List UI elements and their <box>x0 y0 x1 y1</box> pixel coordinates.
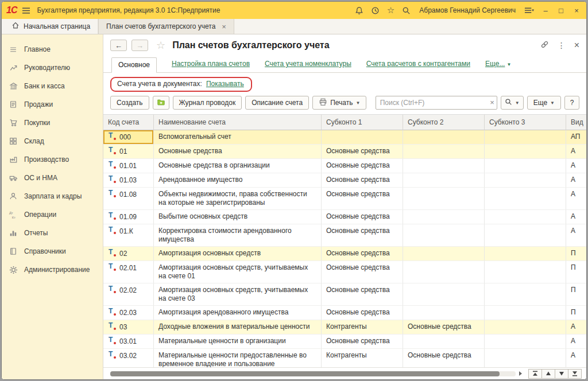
cell-name[interactable]: Выбытие основных средств <box>154 210 322 224</box>
cell-subconto-3[interactable] <box>485 188 566 210</box>
close-window-button[interactable]: × <box>572 6 581 15</box>
cell-code[interactable]: Т01.01 <box>103 159 154 173</box>
cell-subconto-1[interactable]: Основные средства <box>322 335 403 349</box>
cell-subconto-1[interactable]: Основные средства <box>322 159 403 173</box>
sidebar-item-9[interactable]: ДтКтОперации <box>2 205 103 224</box>
cell-code[interactable]: Т01.03 <box>103 173 154 188</box>
cell-name[interactable]: Амортизация основных средств <box>154 247 322 261</box>
cell-subconto-3[interactable] <box>485 335 566 349</box>
cell-subconto-1[interactable]: Основные средства <box>322 210 403 224</box>
cell-subconto-3[interactable] <box>485 283 566 306</box>
cell-subconto-1[interactable]: Основные средства <box>322 261 403 283</box>
sidebar-item-3[interactable]: Продажи <box>2 95 103 114</box>
cell-name[interactable]: Амортизация основных средств, учитываемы… <box>154 261 322 283</box>
clear-search-icon[interactable]: × <box>490 98 494 107</box>
table-row[interactable]: Т02.02Амортизация основных средств, учит… <box>103 283 586 306</box>
table-row[interactable]: Т01.ККорректировка стоимости арендованно… <box>103 224 586 247</box>
tab-chart-of-accounts[interactable]: План счетов бухгалтерского учета × <box>98 19 234 34</box>
back-button[interactable]: ← <box>110 40 127 51</box>
scroll-right-arrow-icon[interactable] <box>519 371 522 376</box>
sidebar-item-10[interactable]: Отчеты <box>2 224 103 242</box>
cell-code[interactable]: Т01.09 <box>103 210 154 224</box>
cell-subconto-1[interactable]: Основные средства <box>322 173 403 188</box>
cell-subconto-1[interactable]: Контрагенты <box>322 349 403 367</box>
cell-code[interactable]: Т03 <box>103 320 154 335</box>
scrollbar-thumb[interactable] <box>110 371 500 376</box>
notifications-bell-icon[interactable] <box>355 6 363 15</box>
column-header-subconto2[interactable]: Субконто 2 <box>403 115 485 130</box>
sidebar-item-6[interactable]: Производство <box>2 150 103 169</box>
cell-subconto-3[interactable] <box>485 210 566 224</box>
cell-subconto-2[interactable] <box>403 188 485 210</box>
table-row[interactable]: Т000Вспомогательный счетАП <box>103 130 586 145</box>
minimize-button[interactable]: – <box>541 6 550 15</box>
user-name[interactable]: Абрамов Геннадий Сергеевич <box>419 6 516 14</box>
column-header-vid[interactable]: Вид <box>566 115 586 130</box>
cell-vid[interactable]: А <box>566 349 586 367</box>
column-header-subconto3[interactable]: Субконто 3 <box>485 115 566 130</box>
nav-link-plan-settings[interactable]: Настройка плана счетов <box>172 60 250 72</box>
search-input[interactable] <box>376 96 497 110</box>
sidebar-item-12[interactable]: Администрирование <box>2 261 103 279</box>
maximize-button[interactable]: □ <box>557 6 565 15</box>
cell-vid[interactable]: П <box>566 261 586 283</box>
sidebar-item-0[interactable]: Главное <box>2 40 103 59</box>
cell-subconto-3[interactable] <box>485 173 566 188</box>
table-row[interactable]: Т01.03Арендованное имуществоОсновные сре… <box>103 173 586 188</box>
cell-vid[interactable]: П <box>566 283 586 306</box>
table-row[interactable]: Т01.09Выбытие основных средствОсновные с… <box>103 210 586 224</box>
cell-vid[interactable]: А <box>566 173 586 188</box>
cell-code[interactable]: Т01.08 <box>103 188 154 210</box>
cell-subconto-1[interactable]: Основные средства <box>322 306 403 320</box>
more-button[interactable]: Еще▼ <box>527 96 561 110</box>
cell-vid[interactable]: А <box>566 210 586 224</box>
cell-code[interactable]: Т000 <box>103 130 154 145</box>
cell-name[interactable]: Основные средства в организации <box>154 159 322 173</box>
add-to-favorites-star-icon[interactable]: ☆ <box>156 39 165 52</box>
go-to-top-button[interactable] <box>528 369 542 379</box>
tab-close-icon[interactable]: × <box>222 22 226 31</box>
cell-name[interactable]: Материальные ценности предоставленные во… <box>154 349 322 367</box>
cell-code[interactable]: Т02.02 <box>103 283 154 306</box>
cell-subconto-2[interactable] <box>403 247 485 261</box>
cell-subconto-2[interactable] <box>403 159 485 173</box>
cell-subconto-1[interactable]: Контрагенты <box>322 320 403 335</box>
table-row[interactable]: Т02.01Амортизация основных средств, учит… <box>103 261 586 283</box>
cell-subconto-1[interactable]: Основные средства <box>322 247 403 261</box>
sidebar-item-2[interactable]: Банк и касса <box>2 77 103 95</box>
cell-name[interactable]: Арендованное имущество <box>154 173 322 188</box>
cell-subconto-2[interactable] <box>403 145 485 159</box>
tab-home[interactable]: Начальная страница <box>4 19 98 34</box>
cell-subconto-2[interactable] <box>403 130 485 145</box>
cell-vid[interactable]: А <box>566 320 586 335</box>
nav-link-item-accounts[interactable]: Счета учета номенклатуры <box>265 60 351 72</box>
cell-name[interactable]: Объекты недвижимости, права собственност… <box>154 188 322 210</box>
cell-subconto-3[interactable] <box>485 224 566 247</box>
journal-button[interactable]: Журнал проводок <box>173 96 242 110</box>
cell-subconto-2[interactable]: Основные средства <box>403 320 485 335</box>
sidebar-item-11[interactable]: Справочники <box>2 242 103 261</box>
table-row[interactable]: Т01Основные средстваОсновные средстваА <box>103 145 586 159</box>
cell-code[interactable]: Т02.01 <box>103 261 154 283</box>
cell-subconto-2[interactable] <box>403 283 485 306</box>
cell-subconto-3[interactable] <box>485 349 566 367</box>
accounts-in-docs-show-link[interactable]: Показывать <box>206 80 244 88</box>
get-link-icon[interactable] <box>540 40 549 50</box>
cell-subconto-3[interactable] <box>485 130 566 145</box>
cell-subconto-2[interactable] <box>403 210 485 224</box>
table-row[interactable]: Т03Доходные вложения в материальные ценн… <box>103 320 586 335</box>
help-button[interactable]: ? <box>564 96 579 110</box>
cell-subconto-2[interactable] <box>403 173 485 188</box>
cell-subconto-1[interactable]: Основные средства <box>322 283 403 306</box>
sidebar-item-8[interactable]: Зарплата и кадры <box>2 187 103 205</box>
cell-subconto-2[interactable] <box>403 335 485 349</box>
cell-vid[interactable]: А <box>566 224 586 247</box>
cell-name[interactable]: Основные средства <box>154 145 322 159</box>
cell-subconto-3[interactable] <box>485 320 566 335</box>
cell-subconto-3[interactable] <box>485 306 566 320</box>
cell-name[interactable]: Доходные вложения в материальные ценност… <box>154 320 322 335</box>
cell-subconto-1[interactable]: Основные средства <box>322 188 403 210</box>
table-row[interactable]: Т03.02Материальные ценности предоставлен… <box>103 349 586 367</box>
favorites-star-icon[interactable]: ☆ <box>387 5 394 15</box>
create-group-button[interactable] <box>153 96 169 110</box>
